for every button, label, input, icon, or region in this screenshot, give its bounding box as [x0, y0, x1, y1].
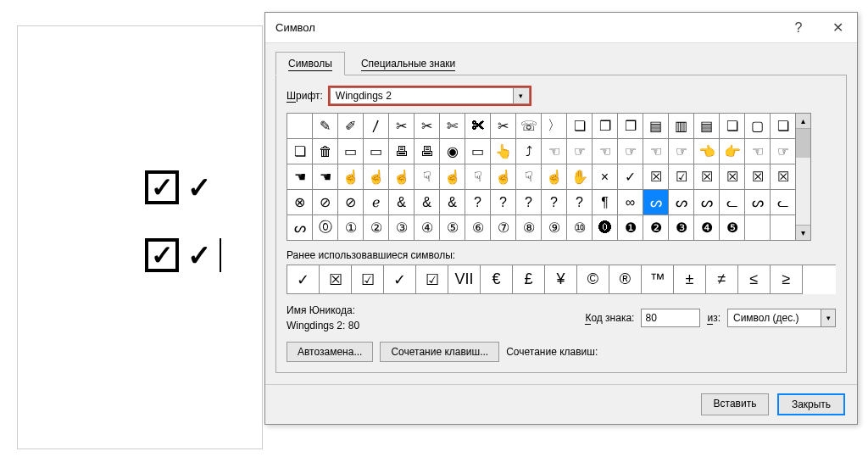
scroll-up-icon[interactable]: ▴ — [796, 114, 810, 129]
symbol-cell[interactable]: 〳 — [364, 114, 389, 139]
scroll-track[interactable] — [796, 129, 810, 225]
shortcut-button[interactable]: Сочетание клавиш... — [380, 342, 499, 362]
symbol-cell[interactable]: ☝ — [364, 164, 389, 190]
symbol-cell[interactable]: ① — [338, 215, 364, 241]
symbol-cell[interactable]: ❐ — [618, 114, 643, 139]
symbol-cell[interactable]: ② — [364, 215, 389, 241]
symbol-cell[interactable]: ᔕ — [694, 190, 720, 215]
symbol-cell[interactable]: ☚ — [313, 164, 338, 190]
symbol-cell[interactable]: ❏ — [287, 139, 313, 164]
symbol-cell[interactable]: ☒ — [745, 164, 771, 190]
recent-symbol-cell[interactable]: ✓ — [384, 265, 416, 294]
symbol-cell[interactable]: ☝ — [491, 164, 516, 190]
symbol-cell[interactable]: ⊗ — [287, 190, 313, 215]
tab-special[interactable]: Специальные знаки — [348, 52, 468, 75]
symbol-cell[interactable]: ✀ — [465, 114, 491, 139]
recent-symbol-cell[interactable]: ≥ — [771, 265, 803, 294]
symbol-cell[interactable]: ☏ — [516, 114, 542, 139]
symbol-cell[interactable]: ▤ — [694, 114, 720, 139]
recent-symbol-cell[interactable]: ™ — [642, 265, 674, 294]
symbol-cell[interactable]: ❶ — [618, 215, 643, 241]
symbol-cell[interactable]: ☚ — [287, 164, 313, 190]
symbol-cell[interactable]: ▭ — [465, 139, 491, 164]
symbol-cell[interactable]: & — [415, 190, 440, 215]
symbol-cell[interactable]: ☝ — [440, 164, 465, 190]
symbol-cell[interactable]: ⓿ — [593, 215, 618, 241]
symbol-cell[interactable]: ▭ — [338, 139, 364, 164]
symbol-cell[interactable]: ? — [567, 190, 593, 215]
recent-symbol-cell[interactable]: € — [481, 265, 513, 294]
symbol-cell[interactable]: ✄ — [440, 114, 465, 139]
symbol-cell[interactable]: 🖶 — [415, 139, 440, 164]
symbol-cell[interactable]: 👈 — [694, 139, 720, 164]
char-code-input[interactable]: 80 — [641, 309, 700, 327]
symbol-cell[interactable]: ⑩ — [567, 215, 593, 241]
symbol-cell[interactable]: ③ — [389, 215, 415, 241]
symbol-cell[interactable]: ☜ — [542, 139, 567, 164]
symbol-cell[interactable]: ✂ — [415, 114, 440, 139]
symbol-cell[interactable]: ⑨ — [542, 215, 567, 241]
symbol-cell[interactable]: ❏ — [567, 114, 593, 139]
font-select[interactable]: Wingdings 2 — [330, 87, 513, 104]
symbol-cell[interactable]: & — [389, 190, 415, 215]
recent-symbol-cell[interactable]: ≠ — [706, 265, 738, 294]
symbol-cell[interactable]: ⑤ — [440, 215, 465, 241]
insert-button[interactable]: Вставить — [701, 393, 769, 415]
symbol-cell[interactable]: ❷ — [643, 215, 669, 241]
symbol-cell[interactable]: ❸ — [669, 215, 694, 241]
scrollbar[interactable]: ▴ ▾ — [796, 113, 811, 241]
symbol-cell[interactable]: ☜ — [643, 139, 669, 164]
recent-symbol-cell[interactable]: ± — [674, 265, 706, 294]
symbol-cell[interactable]: ¶ — [593, 190, 618, 215]
symbol-cell[interactable] — [771, 215, 796, 241]
help-button[interactable]: ? — [779, 13, 818, 43]
close-button[interactable]: Закрыть — [777, 393, 845, 415]
symbol-cell[interactable]: ⤴ — [516, 139, 542, 164]
symbol-cell[interactable]: ☞ — [771, 139, 796, 164]
symbol-cell[interactable]: ᓚ — [771, 190, 796, 215]
from-select[interactable]: Символ (дес.) ▾ — [727, 309, 836, 327]
recent-symbol-cell[interactable]: ® — [609, 265, 642, 294]
recent-symbol-cell[interactable]: ≤ — [738, 265, 771, 294]
symbol-cell[interactable]: ? — [542, 190, 567, 215]
autocorrect-button[interactable]: Автозамена... — [287, 342, 373, 362]
symbol-cell[interactable]: 〉 — [542, 114, 567, 139]
symbol-cell[interactable]: 🗑 — [313, 139, 338, 164]
symbol-cell[interactable]: ✎ — [313, 114, 338, 139]
symbol-cell[interactable]: ☜ — [593, 139, 618, 164]
symbol-cell[interactable]: ? — [491, 190, 516, 215]
symbol-cell[interactable]: ⑧ — [516, 215, 542, 241]
symbol-cell[interactable]: ☒ — [643, 164, 669, 190]
symbol-cell[interactable]: ☝ — [542, 164, 567, 190]
recent-symbol-cell[interactable]: ✓ — [287, 265, 320, 294]
symbol-cell[interactable]: ❐ — [593, 114, 618, 139]
symbol-cell[interactable]: ? — [465, 190, 491, 215]
symbol-cell[interactable]: ℯ — [364, 190, 389, 215]
symbol-cell[interactable]: ✂ — [389, 114, 415, 139]
symbol-cell[interactable]: ᓚ — [720, 190, 745, 215]
recent-symbol-cell[interactable]: £ — [513, 265, 545, 294]
symbol-cell[interactable]: ▤ — [643, 114, 669, 139]
symbol-cell[interactable]: ❹ — [694, 215, 720, 241]
symbol-cell[interactable]: 👆 — [491, 139, 516, 164]
symbol-cell[interactable]: ☟ — [415, 164, 440, 190]
symbol-cell[interactable]: ☝ — [389, 164, 415, 190]
symbol-cell[interactable]: ❺ — [720, 215, 745, 241]
symbol-cell[interactable]: ✓ — [618, 164, 643, 190]
symbol-cell[interactable]: ☞ — [567, 139, 593, 164]
tab-symbols[interactable]: Символы — [275, 52, 345, 75]
symbol-cell[interactable]: ∞ — [618, 190, 643, 215]
symbol-cell[interactable]: ? — [516, 190, 542, 215]
symbol-cell[interactable]: ⑦ — [491, 215, 516, 241]
symbol-cell[interactable]: ☞ — [669, 139, 694, 164]
symbol-cell[interactable]: ᔕ — [669, 190, 694, 215]
symbol-cell[interactable]: & — [440, 190, 465, 215]
recent-symbol-cell[interactable]: ☑ — [352, 265, 384, 294]
symbol-cell[interactable]: ☒ — [694, 164, 720, 190]
recent-symbol-cell[interactable]: ¥ — [545, 265, 577, 294]
symbol-cell[interactable]: ☜ — [745, 139, 771, 164]
symbol-cell[interactable]: ᔕ — [745, 190, 771, 215]
symbol-cell[interactable]: ✋ — [567, 164, 593, 190]
symbol-cell[interactable]: ☒ — [720, 164, 745, 190]
symbol-cell[interactable]: ⊘ — [313, 190, 338, 215]
